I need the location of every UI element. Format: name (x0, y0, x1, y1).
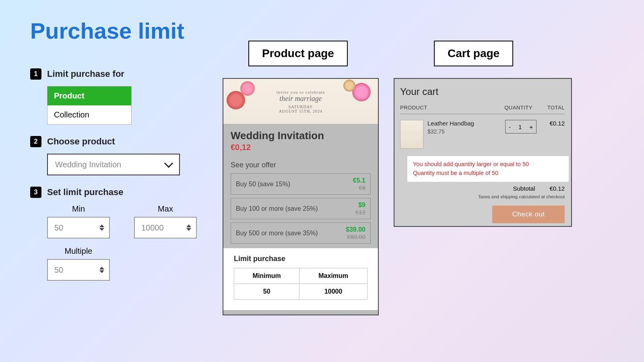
choose-product-dropdown[interactable]: Wedding Invitation (47, 154, 180, 175)
offer-save: $39.00 (346, 226, 365, 233)
min-label: Min (72, 204, 85, 214)
step-1: 1 Limit purchase for Product Collection (30, 68, 199, 125)
cart-warning-1: You should add quantity larger or equal … (413, 160, 563, 169)
limit-max-header: Maximum (299, 268, 367, 284)
offer-row[interactable]: Buy 50 (save 15%) €5.1€6 (231, 173, 371, 195)
max-input[interactable]: 10000 (134, 217, 197, 239)
cart-head-product: PRODUCT (400, 105, 500, 111)
subtotal-value: €0.12 (549, 185, 565, 192)
cart-warning-box: You should add quantity larger or equal … (407, 156, 569, 182)
step-2-title: Choose product (47, 136, 115, 147)
cart-head-qty: QUANTITY (500, 105, 537, 111)
qty-value: 1 (518, 123, 522, 130)
multiple-input[interactable]: 50 (47, 259, 110, 281)
step-1-title: Limit purchase for (47, 69, 124, 79)
product-page-preview: invite you to celebrate their marriage S… (223, 78, 379, 315)
cart-warning-2: Quantity must be a multiple of 50 (413, 169, 563, 178)
min-value: 50 (54, 223, 63, 232)
limit-table: Minimum Maximum 50 10000 (234, 268, 367, 300)
step-3-title: Set limit purchase (47, 187, 124, 197)
config-panel: 1 Limit purchase for Product Collection … (30, 68, 199, 292)
page-title: Purchase limit (30, 18, 184, 44)
step-1-badge: 1 (30, 68, 41, 80)
limit-box-title: Limit purchase (234, 255, 367, 263)
option-product[interactable]: Product (47, 86, 131, 105)
product-page-label: Product page (248, 41, 348, 66)
cart-line-item: Leather Handbag $32.75 - 1 + €0.12 (400, 120, 565, 149)
cart-item-thumb (400, 120, 423, 149)
step-3: 3 Set limit purchase Min 50 Max 10000 Mu… (30, 187, 199, 281)
offer-orig: €6 (353, 184, 365, 191)
max-col: Max 10000 (134, 204, 197, 239)
limit-min-header: Minimum (234, 268, 299, 284)
taxes-note: Taxes and shipping calculated at checkou… (400, 194, 565, 199)
checkout-button[interactable]: Check out (492, 206, 565, 223)
multiple-label: Multiple (65, 247, 93, 256)
cart-title: Your cart (400, 86, 565, 97)
cart-item-sub: $32.75 (427, 128, 505, 135)
min-stepper[interactable] (99, 224, 104, 231)
hero-line-1: invite you to celebrate (276, 90, 325, 95)
offer-save: €5.1 (353, 177, 365, 184)
offer-orig: €60.00 (346, 233, 365, 240)
offer-title: See your offer (231, 161, 371, 169)
max-label: Max (158, 204, 173, 214)
multiple-stepper[interactable] (99, 267, 104, 273)
offer-text: Buy 500 or more (save 35%) (236, 230, 318, 237)
step-2: 2 Choose product Wedding Invitation (30, 136, 199, 175)
limit-purchase-box: Limit purchase Minimum Maximum 50 10000 (223, 248, 378, 310)
offer-text: Buy 50 (save 15%) (236, 181, 290, 188)
max-stepper[interactable] (186, 224, 191, 231)
option-collection[interactable]: Collection (47, 105, 131, 124)
offer-save: $9 (355, 202, 365, 209)
max-value: 10000 (141, 223, 164, 232)
cart-page-preview: Your cart PRODUCT QUANTITY TOTAL Leather… (394, 78, 572, 227)
hero-line-2: their marriage (279, 95, 322, 103)
offer-orig: €12 (355, 209, 365, 216)
limit-max-value: 10000 (299, 284, 367, 300)
product-price: €0,12 (231, 143, 371, 152)
cart-item-total: €0.12 (537, 120, 565, 127)
subtotal-row: Subtotal €0.12 (400, 185, 565, 192)
offer-text: Buy 100 or more (save 25%) (236, 205, 318, 212)
qty-inc[interactable]: + (529, 123, 533, 130)
cart-header-row: PRODUCT QUANTITY TOTAL (400, 105, 565, 114)
offer-row[interactable]: Buy 500 or more (save 35%) $39.00€60.00 (231, 222, 371, 244)
cart-head-total: TOTAL (537, 105, 565, 111)
offer-row[interactable]: Buy 100 or more (save 25%) $9€12 (231, 198, 371, 219)
step-2-badge: 2 (30, 136, 41, 147)
qty-dec[interactable]: - (509, 123, 511, 130)
subtotal-label: Subtotal (513, 185, 535, 192)
cart-qty-stepper[interactable]: - 1 + (505, 120, 537, 134)
limit-for-options: Product Collection (47, 86, 132, 125)
hero-line-3: SATURDAY (289, 105, 313, 109)
multiple-col: Multiple 50 (47, 247, 110, 281)
cart-page-label: Cart page (434, 41, 513, 66)
limit-min-value: 50 (234, 284, 299, 300)
product-name: Wedding Invitation (231, 130, 371, 142)
choose-product-value: Wedding Invitation (55, 160, 121, 169)
product-hero: invite you to celebrate their marriage S… (223, 79, 378, 124)
chevron-down-icon (164, 159, 173, 168)
step-3-badge: 3 (30, 187, 41, 198)
multiple-value: 50 (54, 265, 63, 275)
hero-line-4: AUGUST 15TH, 2024 (279, 109, 322, 113)
min-input[interactable]: 50 (47, 217, 110, 239)
cart-item-name: Leather Handbag (427, 120, 505, 127)
min-col: Min 50 (47, 204, 110, 239)
